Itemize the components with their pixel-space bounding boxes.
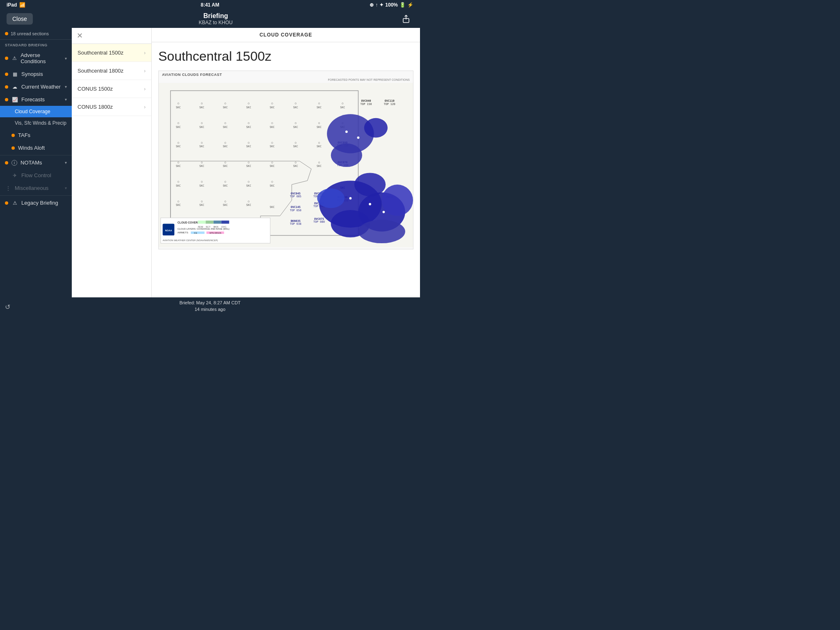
sidebar-item-legacy-briefing[interactable]: ⚠ Legacy Briefing <box>0 196 72 209</box>
sidebar-item-forecasts[interactable]: 📈 Forecasts ▾ <box>0 93 72 106</box>
svg-text:TOP 085: TOP 085 <box>290 195 301 198</box>
svg-text:SKC: SKC <box>223 106 228 109</box>
svg-text:SKC: SKC <box>340 106 345 109</box>
svg-text:SKC: SKC <box>270 126 275 129</box>
sidebar-item-vis-sfc-winds[interactable]: Vis, Sfc Winds & Precip <box>0 117 72 129</box>
notams-label: NOTAMs <box>21 160 42 166</box>
svg-text:TOP 038: TOP 038 <box>290 222 301 226</box>
section-header: STANDARD BRIEFING <box>0 40 72 49</box>
svg-text:○: ○ <box>178 141 179 144</box>
sidebar-item-miscellaneous[interactable]: ⋮ Miscellaneous ▾ <box>0 182 72 194</box>
svg-text:OVC040: OVC040 <box>361 99 371 103</box>
svg-text:TOP 080: TOP 080 <box>313 220 325 224</box>
svg-text:OVC110: OVC110 <box>385 99 395 103</box>
sidebar-item-tafs[interactable]: TAFs <box>0 129 72 142</box>
chevron-down-icon-2: ▾ <box>65 84 67 89</box>
misc-label: Miscellaneous <box>15 185 48 191</box>
sidebar-item-current-weather[interactable]: ☁ Current Weather ▾ <box>0 80 72 93</box>
svg-text:SKC: SKC <box>293 126 298 129</box>
svg-text:MTN OBSCN: MTN OBSCN <box>210 232 221 234</box>
briefed-line2: 14 minutes ago <box>2 306 418 313</box>
location-icon: ⊕ <box>370 2 374 8</box>
svg-text:○: ○ <box>318 161 320 164</box>
svg-text:○: ○ <box>224 180 226 183</box>
sidebar-item-flow-control[interactable]: ✈ Flow Control <box>0 169 72 182</box>
main-layout: 18 unread sections STANDARD BRIEFING ⚠ A… <box>0 28 420 315</box>
forecasts-dot <box>5 98 8 101</box>
item-label-3: CONUS 1500z <box>78 86 113 92</box>
svg-text:SKC: SKC <box>223 164 228 168</box>
svg-text:SKC: SKC <box>199 106 204 109</box>
svg-point-117 <box>345 130 348 133</box>
svg-text:○: ○ <box>272 180 273 183</box>
svg-text:SKC: SKC <box>176 203 181 207</box>
list-close-button[interactable]: ✕ <box>77 32 83 39</box>
svg-text:SKC: SKC <box>199 145 204 148</box>
svg-text:SKC: SKC <box>223 203 228 207</box>
sidebar-item-winds-aloft[interactable]: Winds Aloft <box>0 142 72 154</box>
share-button[interactable] <box>399 11 413 26</box>
svg-text:○: ○ <box>272 141 273 144</box>
wifi-icon: 📶 <box>19 2 25 8</box>
chevron-down-icon-5: ▾ <box>65 186 67 190</box>
list-panel: ✕ Southcentral 1500z › Southcentral 1800… <box>72 28 152 315</box>
item-label-4: CONUS 1800z <box>78 104 113 110</box>
svg-text:○: ○ <box>295 121 297 125</box>
list-items: Southcentral 1500z › Southcentral 1800z … <box>72 44 151 315</box>
svg-point-121 <box>383 211 385 213</box>
svg-text:○: ○ <box>248 161 249 164</box>
sidebar-item-cloud-coverage[interactable]: Cloud Coverage <box>0 106 72 117</box>
svg-text:SKC: SKC <box>246 126 251 129</box>
svg-text:SKC: SKC <box>246 106 251 109</box>
svg-text:SKC: SKC <box>317 126 322 129</box>
list-item-conus-1500z[interactable]: CONUS 1500z › <box>72 80 151 98</box>
list-header: ✕ <box>72 28 151 44</box>
svg-text:SKC: SKC <box>293 164 298 168</box>
list-item-conus-1800z[interactable]: CONUS 1800z › <box>72 98 151 116</box>
svg-text:SKC: SKC <box>246 184 251 187</box>
map-note: FORECASTED POINTS MAY NOT REPRESENT COND… <box>159 78 413 83</box>
svg-text:○: ○ <box>295 141 297 144</box>
svg-point-112 <box>382 185 413 216</box>
svg-text:○: ○ <box>178 180 179 183</box>
content-panel: ✕ Southcentral 1500z › Southcentral 1800… <box>72 28 420 315</box>
svg-rect-128 <box>214 221 221 224</box>
svg-text:ICE: ICE <box>194 232 197 234</box>
route-subtitle: KBAZ to KHOU <box>199 20 233 25</box>
list-item-southcentral-1500z[interactable]: Southcentral 1500z › <box>72 44 151 62</box>
current-weather-dot <box>5 85 8 89</box>
list-item-southcentral-1800z[interactable]: Southcentral 1800z › <box>72 62 151 80</box>
svg-text:○: ○ <box>318 121 320 125</box>
legacy-dot <box>5 201 8 205</box>
chevron-down-icon: ▾ <box>65 56 67 61</box>
svg-text:SKC: SKC <box>317 106 322 109</box>
svg-text:○: ○ <box>248 141 249 144</box>
legacy-label: Legacy Briefing <box>21 200 58 206</box>
cloud-coverage-label: Cloud Coverage <box>15 109 50 114</box>
chevron-right-icon-4: › <box>144 104 146 110</box>
close-button[interactable]: Close <box>7 13 33 25</box>
chevron-down-icon-4: ▾ <box>65 160 67 165</box>
item-label-2: Southcentral 1800z <box>78 68 123 74</box>
sidebar-item-synopsis[interactable]: ▦ Synopsis <box>0 68 72 80</box>
svg-text:SKC: SKC <box>223 145 228 148</box>
app-header: Close Briefing KBAZ to KHOU <box>0 10 420 28</box>
svg-text:○: ○ <box>178 161 179 164</box>
warning-icon: ⚠ <box>11 55 17 61</box>
tafs-label: TAFs <box>18 132 30 138</box>
svg-text:SKC: SKC <box>223 184 228 187</box>
sidebar-item-notams[interactable]: i NOTAMs ▾ <box>0 156 72 169</box>
misc-icon: ⋮ <box>5 185 11 191</box>
svg-text:SKC: SKC <box>317 164 322 168</box>
divider-2 <box>0 195 72 196</box>
refresh-button[interactable]: ↺ <box>5 303 10 311</box>
svg-text:SKC: SKC <box>199 126 204 129</box>
svg-text:SKC: SKC <box>176 184 181 187</box>
svg-text:○: ○ <box>342 102 343 105</box>
sidebar-item-adverse-conditions[interactable]: ⚠ Adverse Conditions ▾ <box>0 49 72 68</box>
item-label-1: Southcentral 1500z <box>78 50 123 56</box>
adverse-dot <box>5 57 8 60</box>
synopsis-icon: ▦ <box>11 71 18 77</box>
svg-text:○: ○ <box>178 121 179 125</box>
winds-aloft-label: Winds Aloft <box>18 145 45 151</box>
